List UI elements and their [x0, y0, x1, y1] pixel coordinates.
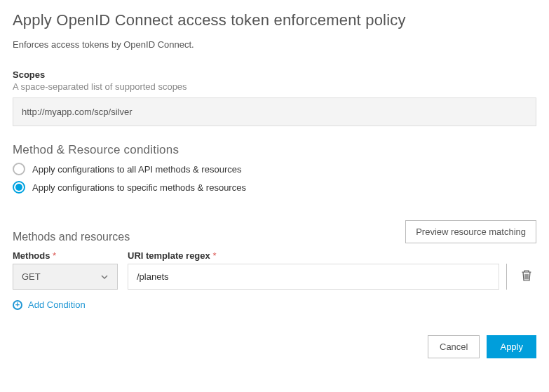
method-select-value: GET — [22, 271, 41, 282]
scopes-hint: A space-separated list of supported scop… — [13, 81, 536, 92]
methods-resources-heading: Methods and resources — [13, 231, 130, 243]
footer-actions: Cancel Apply — [13, 335, 536, 358]
radio-specific-methods[interactable]: Apply configurations to specific methods… — [13, 181, 536, 194]
required-marker: * — [212, 250, 216, 261]
uri-template-input[interactable] — [128, 264, 499, 290]
radio-all-methods[interactable]: Apply configurations to all API methods … — [13, 163, 536, 175]
trash-icon — [521, 269, 532, 284]
methods-column-label: Methods — [13, 250, 50, 261]
plus-circle-icon: + — [13, 300, 22, 310]
chevron-down-icon — [100, 273, 109, 281]
preview-resource-matching-button[interactable]: Preview resource matching — [405, 220, 536, 243]
add-condition-label: Add Condition — [28, 299, 86, 310]
scopes-input[interactable] — [13, 97, 536, 126]
required-marker: * — [53, 250, 56, 261]
delete-condition-button[interactable] — [517, 264, 536, 290]
condition-row: GET — [13, 264, 536, 290]
uri-column-label: URI template regex — [128, 250, 210, 261]
page-title: Apply OpenID Connect access token enforc… — [13, 11, 536, 29]
cancel-button[interactable]: Cancel — [428, 335, 480, 358]
columns-header: Methods * URI template regex * — [13, 250, 536, 261]
add-condition-button[interactable]: + Add Condition — [13, 299, 86, 310]
radio-label: Apply configurations to all API methods … — [32, 164, 241, 175]
conditions-heading: Method & Resource conditions — [13, 143, 536, 157]
scopes-section: Scopes A space-separated list of support… — [13, 69, 536, 143]
scopes-label: Scopes — [13, 69, 536, 80]
policy-description: Enforces access tokens by OpenID Connect… — [13, 39, 536, 50]
apply-button[interactable]: Apply — [487, 335, 536, 358]
method-select[interactable]: GET — [13, 264, 118, 290]
radio-label: Apply configurations to specific methods… — [32, 182, 246, 193]
radio-icon — [13, 181, 25, 194]
radio-icon — [13, 163, 25, 175]
